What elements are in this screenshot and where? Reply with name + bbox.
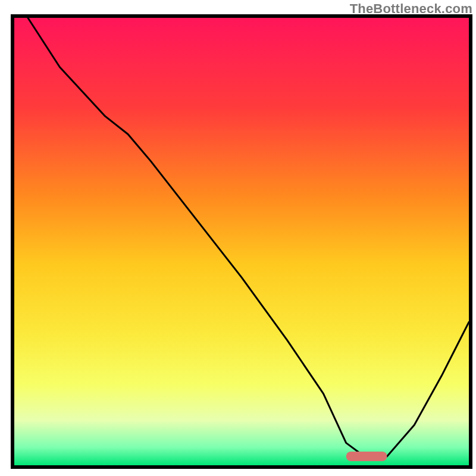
plot-background — [14, 18, 469, 465]
optimal-marker — [346, 452, 387, 461]
chart-svg — [0, 0, 476, 476]
watermark-text: TheBottleneck.com — [350, 1, 472, 17]
chart-container: TheBottleneck.com — [0, 0, 476, 476]
